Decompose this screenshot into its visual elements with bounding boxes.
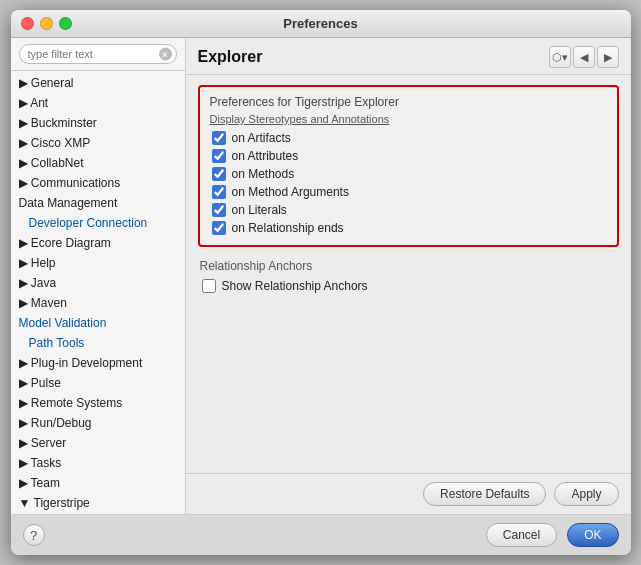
anchor-section-title: Relationship Anchors: [198, 259, 619, 273]
toolbar-forward-icon[interactable]: ▶: [597, 46, 619, 68]
on-literals-label: on Literals: [232, 203, 287, 217]
restore-defaults-button[interactable]: Restore Defaults: [423, 482, 546, 506]
sidebar-item-tigerstripe[interactable]: ▼ Tigerstripe: [11, 493, 185, 513]
sidebar-item-general[interactable]: ▶ General: [11, 73, 185, 93]
checkbox-row-on-literals: on Literals: [208, 201, 609, 219]
on-methods-checkbox[interactable]: [212, 167, 226, 181]
sidebar-item-remote-systems[interactable]: ▶ Remote Systems: [11, 393, 185, 413]
ok-button[interactable]: OK: [567, 523, 618, 547]
show-anchors-label: Show Relationship Anchors: [222, 279, 368, 293]
search-input[interactable]: [19, 44, 177, 64]
cancel-button[interactable]: Cancel: [486, 523, 557, 547]
traffic-lights: [21, 17, 72, 30]
help-button[interactable]: ?: [23, 524, 45, 546]
on-attributes-checkbox[interactable]: [212, 149, 226, 163]
sidebar-item-pulse[interactable]: ▶ Pulse: [11, 373, 185, 393]
sidebar-item-team[interactable]: ▶ Team: [11, 473, 185, 493]
on-rel-ends-label: on Relationship ends: [232, 221, 344, 235]
sidebar-item-plugin-development[interactable]: ▶ Plug-in Development: [11, 353, 185, 373]
tree-list: ▶ General▶ Ant▶ Buckminster▶ Cisco XMP▶ …: [11, 71, 185, 514]
prefs-box: Preferences for Tigerstripe Explorer Dis…: [198, 85, 619, 247]
on-attributes-label: on Attributes: [232, 149, 299, 163]
search-container: ✕: [19, 44, 177, 64]
on-method-args-label: on Method Arguments: [232, 185, 349, 199]
on-artifacts-label: on Artifacts: [232, 131, 291, 145]
show-anchors-checkbox[interactable]: [202, 279, 216, 293]
search-clear-icon[interactable]: ✕: [159, 48, 172, 61]
sidebar-item-java[interactable]: ▶ Java: [11, 273, 185, 293]
checkbox-row-on-artifacts: on Artifacts: [208, 129, 609, 147]
on-literals-checkbox[interactable]: [212, 203, 226, 217]
checkbox-row-on-methods: on Methods: [208, 165, 609, 183]
prefs-box-title: Preferences for Tigerstripe Explorer: [208, 95, 609, 109]
sidebar-item-buckminster[interactable]: ▶ Buckminster: [11, 113, 185, 133]
apply-button[interactable]: Apply: [554, 482, 618, 506]
sidebar-item-cisco-xmp[interactable]: ▶ Cisco XMP: [11, 133, 185, 153]
checkbox-row-on-rel-ends: on Relationship ends: [208, 219, 609, 237]
on-rel-ends-checkbox[interactable]: [212, 221, 226, 235]
anchor-section: Relationship Anchors Show Relationship A…: [198, 259, 619, 295]
main-panel: Explorer ⬡▾ ◀ ▶ Preferences for Tigerstr…: [186, 38, 631, 514]
on-method-args-checkbox[interactable]: [212, 185, 226, 199]
anchor-checkbox-row: Show Relationship Anchors: [198, 277, 619, 295]
minimize-button[interactable]: [40, 17, 53, 30]
on-artifacts-checkbox[interactable]: [212, 131, 226, 145]
search-box: ✕: [11, 38, 185, 71]
sidebar-item-run-debug[interactable]: ▶ Run/Debug: [11, 413, 185, 433]
toolbar-nav-icon[interactable]: ⬡▾: [549, 46, 571, 68]
bottom-bar: ? Cancel OK: [11, 514, 631, 555]
toolbar-back-icon[interactable]: ◀: [573, 46, 595, 68]
preferences-window: Preferences ✕ ▶ General▶ Ant▶ Buckminste…: [11, 10, 631, 555]
sidebar-item-collabnet[interactable]: ▶ CollabNet: [11, 153, 185, 173]
sidebar-item-path-tools[interactable]: Path Tools: [11, 333, 185, 353]
sidebar-item-maven[interactable]: ▶ Maven: [11, 293, 185, 313]
content-area: ✕ ▶ General▶ Ant▶ Buckminster▶ Cisco XMP…: [11, 38, 631, 514]
close-button[interactable]: [21, 17, 34, 30]
display-section-label: Display Stereotypes and Annotations: [208, 113, 609, 125]
sidebar-item-ecore-diagram[interactable]: ▶ Ecore Diagram: [11, 233, 185, 253]
checkbox-row-on-method-args: on Method Arguments: [208, 183, 609, 201]
sidebar-item-ant[interactable]: ▶ Ant: [11, 93, 185, 113]
sidebar: ✕ ▶ General▶ Ant▶ Buckminster▶ Cisco XMP…: [11, 38, 186, 514]
sidebar-item-tasks[interactable]: ▶ Tasks: [11, 453, 185, 473]
on-methods-label: on Methods: [232, 167, 295, 181]
toolbar-icons: ⬡▾ ◀ ▶: [549, 46, 619, 68]
sidebar-item-data-management[interactable]: Data Management: [11, 193, 185, 213]
sidebar-item-model-validation[interactable]: Model Validation: [11, 313, 185, 333]
sidebar-item-server[interactable]: ▶ Server: [11, 433, 185, 453]
sidebar-item-communications[interactable]: ▶ Communications: [11, 173, 185, 193]
maximize-button[interactable]: [59, 17, 72, 30]
checkbox-list: on Artifactson Attributeson Methodson Me…: [208, 129, 609, 237]
panel-title: Explorer: [198, 48, 263, 66]
panel-footer: Restore Defaults Apply: [186, 473, 631, 514]
titlebar: Preferences: [11, 10, 631, 38]
checkbox-row-on-attributes: on Attributes: [208, 147, 609, 165]
sidebar-item-help[interactable]: ▶ Help: [11, 253, 185, 273]
panel-body: Preferences for Tigerstripe Explorer Dis…: [186, 75, 631, 473]
panel-header: Explorer ⬡▾ ◀ ▶: [186, 38, 631, 75]
window-title: Preferences: [283, 16, 357, 31]
sidebar-item-developer-connection[interactable]: Developer Connection: [11, 213, 185, 233]
